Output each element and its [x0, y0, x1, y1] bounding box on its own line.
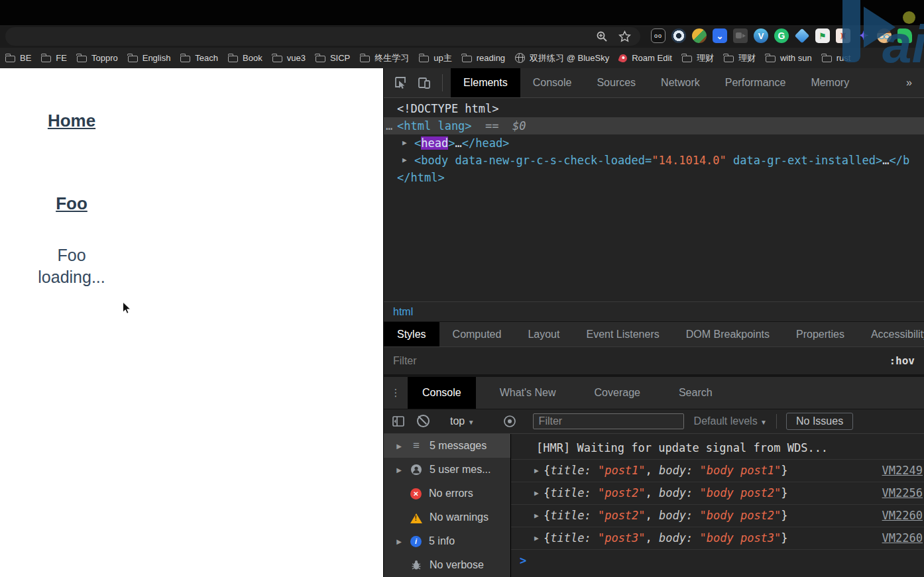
- foo-link[interactable]: Foo: [0, 193, 143, 214]
- tab-performance[interactable]: Performance: [713, 68, 799, 97]
- expand-arrow-icon[interactable]: ▶: [395, 538, 403, 545]
- bookmark-folder-with-sun[interactable]: with sun: [766, 53, 812, 63]
- source-link[interactable]: VM2260: [882, 505, 923, 527]
- expand-arrow-icon[interactable]: ▶: [534, 505, 539, 527]
- bookmark-folder-rust[interactable]: rust: [822, 53, 851, 63]
- tab-layout[interactable]: Layout: [514, 322, 573, 347]
- tab-memory[interactable]: Memory: [798, 68, 862, 97]
- styles-filter-input[interactable]: Filter: [393, 355, 417, 367]
- tab-event-listeners[interactable]: Event Listeners: [573, 322, 672, 347]
- html-node[interactable]: … <html lang> == $0: [384, 117, 924, 134]
- folder-icon: [128, 56, 138, 62]
- drawer-tab-coverage[interactable]: Coverage: [580, 377, 655, 409]
- bookmark-folder-english[interactable]: English: [128, 53, 171, 63]
- drawer-menu-icon[interactable]: ⋮: [384, 387, 408, 399]
- tab-computed[interactable]: Computed: [439, 322, 515, 347]
- bookmark-folder-licai-2[interactable]: 理财: [724, 52, 756, 64]
- sidebar-all-messages[interactable]: ▶ ≡ 5 messages: [384, 434, 510, 458]
- bookmark-label: BE: [20, 53, 31, 63]
- sidebar-label: No warnings: [430, 511, 489, 523]
- sidebar-user-messages[interactable]: ▶ 5 user mes...: [384, 458, 510, 482]
- star-extension-icon[interactable]: ✦: [856, 28, 871, 43]
- drawer-tab-whats-new[interactable]: What's New: [485, 377, 571, 409]
- html-close-node[interactable]: </html>: [384, 169, 924, 186]
- bookmark-folder-toppro[interactable]: Toppro: [77, 53, 118, 63]
- bookmark-folder-book[interactable]: Book: [228, 53, 262, 63]
- console-filter-input[interactable]: Filter: [533, 413, 684, 429]
- expand-arrow-icon[interactable]: ▶: [534, 527, 539, 549]
- more-tabs-icon[interactable]: »: [906, 77, 924, 89]
- source-link[interactable]: VM2249: [882, 460, 923, 482]
- bookmark-folder-licai-1[interactable]: 理财: [682, 52, 714, 64]
- bowl-extension-icon[interactable]: [692, 28, 707, 43]
- grammarly-extension-icon[interactable]: G: [774, 28, 789, 43]
- bookmark-folder-up[interactable]: up主: [419, 52, 451, 64]
- tab-dom-breakpoints[interactable]: DOM Breakpoints: [673, 322, 783, 347]
- bookmark-folder-lifelong[interactable]: 终生学习: [360, 52, 409, 64]
- gem-extension-icon[interactable]: [795, 28, 810, 44]
- console-prompt[interactable]: >: [511, 550, 924, 572]
- bookmark-folder-be[interactable]: BE: [5, 53, 31, 63]
- inspect-element-icon[interactable]: [393, 76, 408, 90]
- context-selector[interactable]: top ▼: [450, 415, 475, 427]
- dark-reader-extension-icon[interactable]: oo: [651, 28, 665, 43]
- bookmark-folder-reading[interactable]: reading: [462, 53, 505, 63]
- camera-extension-icon[interactable]: [733, 28, 748, 43]
- bookmark-folder-teach[interactable]: Teach: [180, 53, 218, 63]
- zoom-icon[interactable]: [596, 30, 608, 42]
- flag-extension-icon[interactable]: ⚑: [815, 28, 830, 43]
- bookmark-folder-fe[interactable]: FE: [41, 53, 67, 63]
- tab-accessibility[interactable]: Accessibility: [858, 322, 924, 347]
- expand-arrow-icon[interactable]: ▶: [402, 134, 407, 152]
- evernote-extension-icon[interactable]: [897, 28, 912, 43]
- console-message-object[interactable]: ▶{title: "post3", body: "body post3"} VM…: [511, 527, 924, 550]
- sidebar-verbose[interactable]: No verbose: [384, 553, 510, 577]
- console-message-object[interactable]: ▶{title: "post2", body: "body post2"} VM…: [511, 505, 924, 527]
- device-toolbar-icon[interactable]: [417, 76, 432, 90]
- sidebar-errors[interactable]: ✕ No errors: [384, 482, 510, 505]
- expand-arrow-icon[interactable]: ▶: [534, 460, 539, 482]
- expand-arrow-icon[interactable]: ▶: [395, 443, 403, 450]
- no-issues-button[interactable]: No Issues: [786, 413, 853, 430]
- drawer-tab-search[interactable]: Search: [664, 377, 727, 409]
- address-bar[interactable]: [5, 27, 640, 46]
- breadcrumb-html[interactable]: html: [393, 306, 413, 318]
- expand-arrow-icon[interactable]: ▶: [395, 466, 403, 474]
- folder-icon: [41, 56, 51, 62]
- collapsed-ellipsis: …: [882, 154, 889, 167]
- expand-arrow-icon[interactable]: ▶: [534, 482, 539, 504]
- tab-properties[interactable]: Properties: [783, 322, 858, 347]
- bookmark-bluesky[interactable]: 双拼练习 @ BlueSky: [515, 52, 609, 64]
- console-message-object[interactable]: ▶{title: "post2", body: "body post2"} VM…: [511, 482, 924, 505]
- head-node[interactable]: ▶ <head>…</head>: [384, 134, 924, 152]
- vimium-extension-icon[interactable]: V: [754, 28, 768, 43]
- tab-styles[interactable]: Styles: [384, 322, 439, 347]
- hov-toggle[interactable]: :hov: [889, 354, 915, 367]
- bookmark-folder-vue3[interactable]: vue3: [272, 53, 306, 63]
- bookmark-folder-sicp[interactable]: SICP: [316, 53, 350, 63]
- source-link[interactable]: VM2256: [882, 482, 923, 504]
- drawer-tab-console[interactable]: Console: [408, 377, 476, 409]
- bookmark-roam-edit[interactable]: Roam Edit: [619, 53, 672, 63]
- clear-console-icon[interactable]: [417, 415, 430, 428]
- console-sidebar-toggle-icon[interactable]: [392, 415, 405, 428]
- live-expression-eye-icon[interactable]: [502, 415, 516, 428]
- blue-extension-icon[interactable]: ⌄: [713, 28, 727, 43]
- ring-extension-icon[interactable]: [671, 28, 686, 43]
- bookmark-star-icon[interactable]: [618, 30, 631, 43]
- tab-sources[interactable]: Sources: [584, 68, 648, 97]
- sidebar-info[interactable]: ▶ i 5 info: [384, 529, 510, 553]
- log-levels-selector[interactable]: Default levels ▼: [694, 415, 767, 427]
- tab-elements[interactable]: Elements: [451, 68, 520, 97]
- sidebar-warnings[interactable]: ! No warnings: [384, 505, 510, 529]
- expand-arrow-icon[interactable]: ▶: [402, 152, 407, 169]
- red-extension-icon[interactable]: ♜: [836, 28, 850, 43]
- tab-console[interactable]: Console: [520, 68, 585, 97]
- body-node[interactable]: ▶ <body data-new-gr-c-s-check-loaded="14…: [384, 152, 924, 169]
- avatar-extension-icon[interactable]: [877, 28, 892, 43]
- source-link[interactable]: VM2260: [882, 527, 923, 549]
- console-message-object[interactable]: ▶{title: "post1", body: "body post1"} VM…: [511, 460, 924, 482]
- tab-network[interactable]: Network: [648, 68, 713, 97]
- home-link[interactable]: Home: [0, 111, 143, 131]
- doctype-node[interactable]: <!DOCTYPE html>: [384, 100, 924, 117]
